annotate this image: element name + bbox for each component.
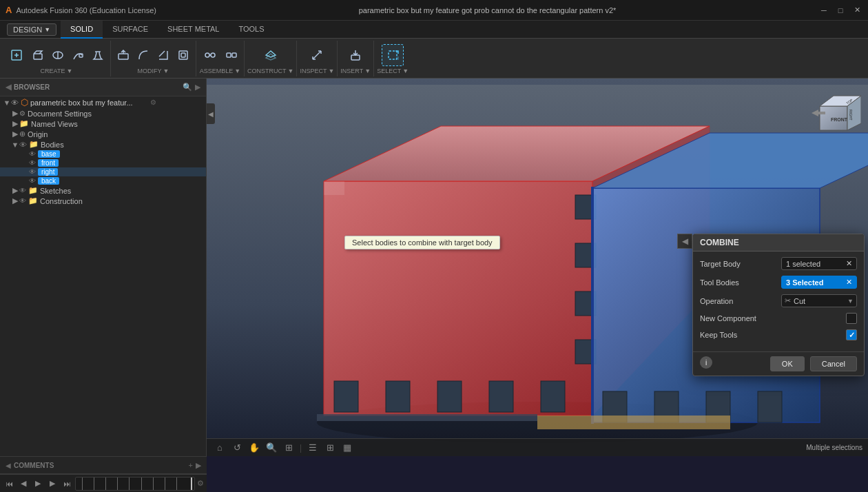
timeline-start-icon[interactable]: ⏮ — [3, 478, 15, 490]
insert-chevron-icon: ▼ — [364, 68, 371, 74]
insert-label[interactable]: INSERT ▼ — [340, 68, 371, 76]
title-left: A Autodesk Fusion 360 (Education License… — [6, 5, 156, 15]
timeline-next-icon[interactable]: ▶ — [46, 478, 59, 490]
select-box-icon[interactable] — [382, 44, 404, 66]
keep-tools-checkbox[interactable]: ✓ — [846, 329, 857, 340]
browser-item-construction[interactable]: ▶ 👁 📁 Construction — [0, 196, 206, 206]
browser-item-back[interactable]: 👁 back — [0, 176, 206, 185]
eye-icon-base[interactable]: 👁 — [29, 150, 36, 158]
root-settings-icon[interactable]: ⚙ — [150, 99, 156, 106]
window-title-center: parametric box but my feature got prob c… — [156, 6, 818, 14]
new-component-icon[interactable] — [6, 44, 28, 66]
target-body-selector[interactable]: 1 selected ✕ — [781, 257, 857, 270]
zoom-icon[interactable]: 🔍 — [264, 440, 279, 455]
target-body-clear-icon[interactable]: ✕ — [846, 259, 852, 268]
eye-icon-bodies[interactable]: 👁 — [19, 141, 27, 149]
comments-add-icon[interactable]: + — [189, 461, 193, 470]
create-label[interactable]: CREATE ▼ — [41, 68, 73, 76]
operation-selector[interactable]: ✂ Cut ▼ — [781, 294, 857, 307]
design-dropdown[interactable]: DESIGN ▼ — [7, 23, 56, 36]
modify-icons — [114, 41, 193, 68]
browser-search-icon[interactable]: 🔍 — [183, 83, 192, 92]
minimize-button[interactable]: ─ — [818, 5, 829, 16]
orbit-icon[interactable]: ↺ — [229, 440, 245, 455]
maximize-button[interactable]: □ — [835, 5, 846, 16]
chamfer-icon[interactable] — [154, 45, 173, 65]
body-badge-base: base — [38, 150, 60, 158]
inspect-section: INSPECT ▼ — [297, 41, 338, 76]
tool-bodies-clear-icon[interactable]: ✕ — [846, 278, 852, 287]
timeline-end-icon[interactable]: ⏭ — [61, 478, 73, 490]
browser-collapse-handle[interactable]: ◀ — [207, 103, 215, 124]
browser-item-root[interactable]: ▼ 👁 ⬡ parametric box but my featur... ⚙ — [0, 96, 206, 108]
eye-icon-sketches[interactable]: 👁 — [19, 187, 26, 194]
combine-dialog: COMBINE Target Body 1 selected ✕ Tool Bo… — [692, 234, 865, 376]
eye-icon-back[interactable]: 👁 — [29, 177, 36, 185]
window-controls[interactable]: ─ □ ✕ — [818, 5, 862, 16]
insert-icon[interactable] — [344, 44, 366, 66]
inspect-label[interactable]: INSPECT ▼ — [300, 68, 334, 76]
tab-sheet-metal[interactable]: SHEET METAL — [158, 21, 229, 39]
browser-item-front[interactable]: 👁 front — [0, 158, 206, 167]
browser-item-named-views[interactable]: ▶ 📁 Named Views — [0, 119, 206, 129]
timeline-play-icon[interactable]: ▶ — [32, 478, 44, 490]
browser-item-sketches[interactable]: ▶ 👁 📁 Sketches — [0, 185, 206, 196]
browser-collapse-icon[interactable]: ◀ — [6, 83, 11, 92]
browser-expand-icon[interactable]: ▶ — [195, 83, 200, 92]
close-button[interactable]: ✕ — [851, 5, 862, 16]
eye-icon-front[interactable]: 👁 — [29, 159, 36, 167]
timeline-settings-icon[interactable]: ⚙ — [197, 479, 204, 488]
named-views-label: Named Views — [31, 120, 203, 128]
info-icon[interactable]: i — [700, 356, 712, 369]
eye-icon-right[interactable]: 👁 — [29, 168, 36, 176]
assemble-label[interactable]: ASSEMBLE ▼ — [200, 68, 240, 76]
cancel-button[interactable]: Cancel — [810, 356, 857, 371]
ok-button[interactable]: OK — [770, 356, 805, 371]
modify-label[interactable]: MODIFY ▼ — [138, 68, 169, 76]
as-built-joint-icon[interactable] — [222, 45, 241, 65]
tab-solid[interactable]: SOLID — [61, 21, 103, 39]
tab-surface[interactable]: SURFACE — [103, 21, 158, 39]
timeline-prev-icon[interactable]: ◀ — [17, 478, 30, 490]
display-settings-icon[interactable]: ☰ — [305, 440, 320, 455]
tab-tools[interactable]: TOOLS — [229, 21, 273, 39]
timeline-marker-5 — [129, 478, 130, 490]
combine-expand-button[interactable]: ◀ — [677, 234, 692, 249]
comments-expand-icon[interactable]: ◀ — [6, 462, 11, 469]
browser-item-origin[interactable]: ▶ ⊕ Origin — [0, 129, 206, 139]
select-label[interactable]: SELECT ▼ — [377, 68, 409, 76]
loft-icon[interactable] — [88, 45, 107, 65]
press-pull-icon[interactable] — [114, 45, 133, 65]
sweep-icon[interactable] — [68, 45, 87, 65]
svg-rect-16 — [386, 381, 410, 412]
zoom-fit-icon[interactable]: ⊞ — [281, 440, 296, 455]
offset-plane-icon[interactable] — [260, 44, 282, 66]
browser-item-base[interactable]: 👁 base — [0, 150, 206, 158]
new-component-checkbox[interactable] — [846, 313, 857, 324]
main-toolbar: CREATE ▼ MODIFY ▼ — [0, 39, 868, 79]
extrude-icon[interactable] — [28, 45, 48, 65]
tool-bodies-selector[interactable]: 3 Selected ✕ — [781, 276, 857, 289]
component-icon: ⬡ — [21, 97, 28, 107]
browser-item-bodies[interactable]: ▼ 👁 📁 Bodies — [0, 139, 206, 150]
eye-icon-root[interactable]: 👁 — [11, 99, 19, 107]
construct-label[interactable]: CONSTRUCT ▼ — [247, 68, 293, 76]
revolve-icon[interactable] — [48, 45, 68, 65]
eye-icon-construction[interactable]: 👁 — [19, 197, 26, 205]
navicube[interactable]: FRONT TOP RIGHT — [806, 85, 861, 141]
shell-icon[interactable] — [174, 45, 193, 65]
folder-icon-bodies: 📁 — [29, 140, 39, 149]
browser-item-right[interactable]: 👁 right — [0, 167, 206, 176]
home-view-icon[interactable]: ⌂ — [212, 440, 227, 455]
joint-icon[interactable] — [199, 44, 221, 66]
comments-right-icon[interactable]: ▶ — [196, 461, 201, 470]
keep-tools-label: Keep Tools — [700, 331, 842, 339]
viewport-options-icon[interactable]: ▦ — [340, 440, 355, 455]
measure-icon[interactable] — [306, 44, 328, 66]
pan-icon[interactable]: ✋ — [247, 440, 262, 455]
fillet-icon[interactable] — [134, 45, 153, 65]
browser-item-doc-settings[interactable]: ▶ ⚙ Document Settings — [0, 108, 206, 119]
viewport[interactable]: Select bodies to combine with target bod… — [207, 79, 868, 456]
timeline-track[interactable] — [75, 477, 195, 491]
grid-icon[interactable]: ⊞ — [322, 440, 338, 455]
